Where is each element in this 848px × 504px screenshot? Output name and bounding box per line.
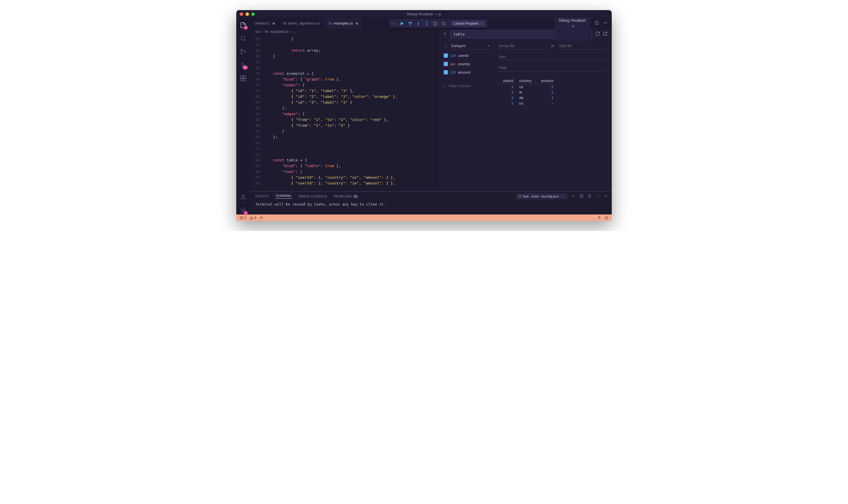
code-area[interactable]: 33 34 35 36 37 38 39 40 41 42 43 44 45 4… [250,35,438,192]
debug-badge: 21 [243,66,248,70]
plus-icon: + [444,84,446,88]
more-icon[interactable] [603,20,608,26]
splitby-input[interactable] [559,42,606,49]
checkbox-icon[interactable]: ✓ [444,62,448,66]
terminal-output[interactable]: Terminal will be reused by tasks, press … [250,201,612,215]
groupby-input[interactable] [498,42,546,49]
refresh-icon[interactable] [595,31,600,37]
svg-point-19 [394,24,394,24]
extensions-icon[interactable] [239,74,247,82]
svg-point-8 [242,195,244,197]
close-icon[interactable]: ✕ [571,24,575,29]
svg-point-11 [604,22,604,23]
svg-point-18 [392,24,393,24]
problems-badge: 1 [353,195,358,198]
close-panel-icon[interactable] [604,194,608,199]
account-icon[interactable] [239,193,247,201]
svg-point-9 [242,210,244,211]
column-userid[interactable]: ✓123userId [444,53,490,58]
checkbox-icon[interactable]: ✓ [444,53,448,58]
drag-handle-icon[interactable] [391,21,395,26]
minimize-window[interactable] [246,13,249,16]
dirty-dot-icon [273,22,275,24]
chevron-up-icon[interactable] [596,194,600,199]
play-icon[interactable] [260,216,263,220]
ts-icon: TS [328,22,332,25]
restart-icon[interactable] [433,21,437,26]
line-gutter: 33 34 35 36 37 38 39 40 41 42 43 44 45 4… [250,36,264,192]
new-column-button[interactable]: +New Column [444,84,490,88]
error-count[interactable]: 1 [240,216,246,220]
tab-untitled[interactable]: Untitled-2 [250,18,279,29]
launch-config-select[interactable]: Launch Program [452,21,485,26]
window-title: Debug Visualizer — js [407,12,441,16]
svg-point-12 [605,22,606,23]
close-window[interactable] [240,13,243,16]
tab-debug-visualizer[interactable]: Debug Visualizer✕ [555,18,590,41]
tab-debug-console[interactable]: DEBUG CONSOLE [298,195,327,198]
svg-point-15 [394,22,394,23]
column-country[interactable]: ✓abccountry [444,62,490,66]
sort-input[interactable] [498,53,606,60]
menu-icon[interactable]: ⋮ [444,43,448,49]
data-grid: userIdcountryamount 1us2 2ie1 2de1 1us- [498,78,606,106]
svg-point-3 [244,51,246,53]
explorer-icon[interactable]: 2 [239,21,247,29]
swap-icon[interactable]: ⇄ [551,44,554,48]
svg-point-22 [426,24,427,25]
column-amount[interactable]: ✓123amount [444,70,490,74]
svg-point-1 [241,49,242,51]
table-row[interactable]: 2ie1 [498,89,556,95]
debug-icon[interactable]: 21 [239,61,247,69]
terminal-task-select[interactable]: 3: Task - build - tsconfig.json [516,193,567,199]
settings-icon[interactable]: 1 [239,206,247,215]
filter-input[interactable] [498,65,606,71]
svg-point-2 [241,53,242,54]
step-out-icon[interactable] [425,21,429,26]
tab-demo-algorithms[interactable]: TSdemo_algorithms.ts [279,18,324,29]
bell-icon[interactable] [604,216,608,220]
svg-point-17 [394,23,394,24]
new-terminal-icon[interactable] [571,194,575,199]
view-type-select[interactable]: Datagrid ⇅ [451,42,490,49]
status-bar: 1 0 [236,215,612,221]
explorer-badge: 2 [244,26,248,30]
expand-icon[interactable] [442,31,447,37]
continue-icon[interactable] [400,21,404,26]
app-window: Debug Visualizer — js 2 21 1 Untitled-2 … [236,10,612,221]
tab-bar: Untitled-2 TSdemo_algorithms.ts TSexampl… [250,18,612,29]
tab-output[interactable]: OUTPUT [255,195,269,198]
ts-icon: TS [283,22,287,25]
svg-point-26 [598,216,600,217]
search-icon[interactable] [239,34,247,42]
table-row[interactable]: 1us- [498,101,556,106]
debug-toolbar[interactable]: Launch Program [389,19,488,28]
tab-examples[interactable]: TSexamples.ts [324,18,362,29]
bottom-panel: OUTPUT TERMINAL DEBUG CONSOLE PROBLEMS1 … [250,192,612,215]
zoom-window[interactable] [251,13,255,16]
breadcrumb[interactable]: src› TS examples.ts› ... [250,29,438,35]
tab-terminal[interactable]: TERMINAL [275,194,292,199]
step-into-icon[interactable] [416,21,421,26]
activity-bar: 2 21 1 [236,18,250,215]
step-over-icon[interactable] [408,21,412,26]
svg-point-13 [606,22,607,23]
editor-pane: src› TS examples.ts› ... 33 34 35 36 37 … [250,29,438,192]
checkbox-icon[interactable]: ✓ [444,70,448,74]
feedback-icon[interactable] [597,216,601,220]
table-row[interactable]: 1us2 [498,84,556,90]
tab-problems[interactable]: PROBLEMS1 [334,195,358,198]
svg-rect-7 [244,78,246,81]
settings-badge: 1 [244,211,248,215]
source-control-icon[interactable] [239,48,247,56]
stop-icon[interactable] [441,21,446,26]
table-row[interactable]: 2de1 [498,95,556,101]
svg-point-14 [392,22,393,23]
popout-icon[interactable] [603,31,608,37]
split-editor-icon[interactable] [595,20,599,26]
traffic-lights [240,13,255,16]
split-terminal-icon[interactable] [579,194,583,199]
warning-count[interactable]: 0 [250,216,256,220]
trash-icon[interactable] [587,194,591,199]
titlebar: Debug Visualizer — js [236,10,612,18]
